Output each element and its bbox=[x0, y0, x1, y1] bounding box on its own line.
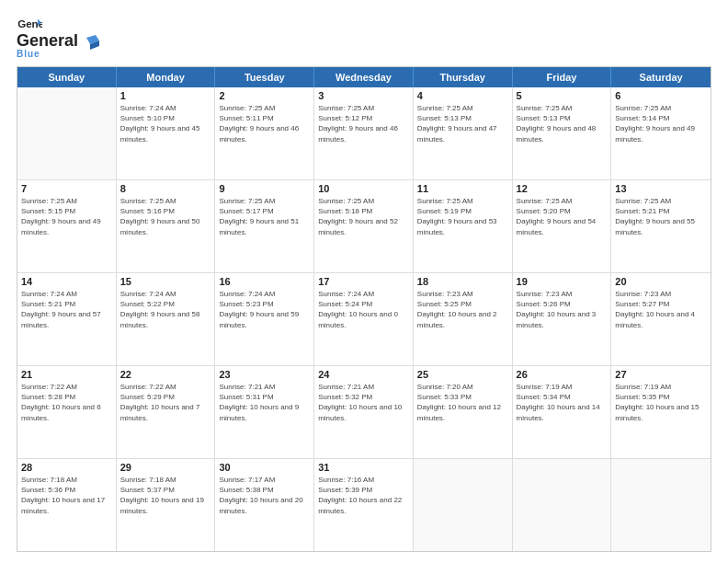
calendar-cell: 20Sunrise: 7:23 AMSunset: 5:27 PMDayligh… bbox=[611, 273, 711, 365]
daylight-line: Daylight: 9 hours and 51 minutes. bbox=[219, 216, 310, 236]
sunset-line: Sunset: 5:19 PM bbox=[417, 206, 508, 216]
sunrise-line: Sunrise: 7:24 AM bbox=[120, 289, 211, 299]
sunrise-line: Sunrise: 7:17 AM bbox=[219, 475, 310, 485]
day-number: 2 bbox=[219, 90, 310, 101]
sunset-line: Sunset: 5:18 PM bbox=[318, 206, 409, 216]
sunrise-line: Sunrise: 7:23 AM bbox=[517, 289, 608, 299]
col-saturday: Saturday bbox=[611, 67, 711, 87]
sunrise-line: Sunrise: 7:25 AM bbox=[318, 196, 409, 206]
daylight-line: Daylight: 10 hours and 12 minutes. bbox=[417, 402, 508, 422]
sunset-line: Sunset: 5:35 PM bbox=[615, 392, 707, 402]
sunset-line: Sunset: 5:27 PM bbox=[615, 299, 707, 309]
logo: General General Blue bbox=[17, 17, 99, 59]
sunrise-line: Sunrise: 7:19 AM bbox=[615, 382, 707, 392]
day-number: 4 bbox=[417, 90, 508, 101]
sunset-line: Sunset: 5:36 PM bbox=[21, 485, 112, 495]
day-number: 26 bbox=[517, 369, 608, 380]
day-number: 31 bbox=[318, 462, 409, 473]
day-number: 22 bbox=[120, 369, 211, 380]
daylight-line: Daylight: 9 hours and 45 minutes. bbox=[120, 123, 211, 144]
sunrise-line: Sunrise: 7:25 AM bbox=[417, 103, 508, 113]
sunrise-line: Sunrise: 7:25 AM bbox=[120, 196, 211, 206]
calendar-week-3: 14Sunrise: 7:24 AMSunset: 5:21 PMDayligh… bbox=[17, 273, 711, 366]
day-number: 28 bbox=[21, 462, 112, 473]
sunrise-line: Sunrise: 7:21 AM bbox=[318, 382, 409, 392]
sunset-line: Sunset: 5:23 PM bbox=[219, 299, 310, 309]
sunset-line: Sunset: 5:15 PM bbox=[21, 206, 112, 216]
daylight-line: Daylight: 9 hours and 54 minutes. bbox=[517, 216, 608, 236]
daylight-line: Daylight: 10 hours and 10 minutes. bbox=[318, 402, 409, 422]
calendar-cell: 31Sunrise: 7:16 AMSunset: 5:39 PMDayligh… bbox=[314, 459, 414, 551]
col-friday: Friday bbox=[513, 67, 612, 87]
daylight-line: Daylight: 9 hours and 46 minutes. bbox=[318, 123, 409, 144]
day-number: 30 bbox=[219, 462, 310, 473]
calendar-cell bbox=[611, 459, 711, 551]
sunset-line: Sunset: 5:38 PM bbox=[219, 485, 310, 495]
sunrise-line: Sunrise: 7:23 AM bbox=[615, 289, 707, 299]
daylight-line: Daylight: 9 hours and 58 minutes. bbox=[120, 309, 211, 329]
sunrise-line: Sunrise: 7:25 AM bbox=[219, 103, 310, 113]
daylight-line: Daylight: 10 hours and 20 minutes. bbox=[219, 495, 310, 515]
sunset-line: Sunset: 5:29 PM bbox=[120, 392, 211, 402]
daylight-line: Daylight: 10 hours and 22 minutes. bbox=[318, 495, 409, 515]
sunrise-line: Sunrise: 7:25 AM bbox=[615, 103, 707, 113]
calendar-cell: 8Sunrise: 7:25 AMSunset: 5:16 PMDaylight… bbox=[117, 180, 216, 272]
calendar-cell: 27Sunrise: 7:19 AMSunset: 5:35 PMDayligh… bbox=[611, 366, 711, 458]
day-number: 14 bbox=[21, 276, 112, 287]
sunset-line: Sunset: 5:11 PM bbox=[219, 113, 310, 123]
calendar-cell: 7Sunrise: 7:25 AMSunset: 5:15 PMDaylight… bbox=[17, 180, 117, 272]
sunset-line: Sunset: 5:34 PM bbox=[517, 392, 608, 402]
col-thursday: Thursday bbox=[414, 67, 513, 87]
day-number: 6 bbox=[615, 90, 707, 101]
daylight-line: Daylight: 9 hours and 46 minutes. bbox=[219, 123, 310, 144]
page: General General Blue Sunday Monday Tuesd… bbox=[0, 0, 728, 563]
day-number: 11 bbox=[417, 183, 508, 194]
calendar-cell: 15Sunrise: 7:24 AMSunset: 5:22 PMDayligh… bbox=[117, 273, 216, 365]
day-number: 17 bbox=[318, 276, 409, 287]
day-number: 16 bbox=[219, 276, 310, 287]
day-number: 29 bbox=[120, 462, 211, 473]
col-monday: Monday bbox=[117, 67, 216, 87]
calendar-week-1: 1Sunrise: 7:24 AMSunset: 5:10 PMDaylight… bbox=[17, 87, 711, 180]
day-number: 20 bbox=[615, 276, 707, 287]
day-number: 25 bbox=[417, 369, 508, 380]
sunrise-line: Sunrise: 7:24 AM bbox=[120, 103, 211, 113]
sunset-line: Sunset: 5:10 PM bbox=[120, 113, 211, 123]
sunrise-line: Sunrise: 7:24 AM bbox=[318, 289, 409, 299]
calendar-cell bbox=[513, 459, 612, 551]
sunrise-line: Sunrise: 7:25 AM bbox=[517, 196, 608, 206]
sunset-line: Sunset: 5:21 PM bbox=[615, 206, 707, 216]
day-number: 27 bbox=[615, 369, 707, 380]
sunrise-line: Sunrise: 7:21 AM bbox=[219, 382, 310, 392]
daylight-line: Daylight: 9 hours and 55 minutes. bbox=[615, 216, 707, 236]
calendar-cell: 10Sunrise: 7:25 AMSunset: 5:18 PMDayligh… bbox=[314, 180, 414, 272]
day-number: 19 bbox=[517, 276, 608, 287]
sunrise-line: Sunrise: 7:25 AM bbox=[517, 103, 608, 113]
sunset-line: Sunset: 5:17 PM bbox=[219, 206, 310, 216]
daylight-line: Daylight: 9 hours and 48 minutes. bbox=[517, 123, 608, 144]
col-wednesday: Wednesday bbox=[314, 67, 414, 87]
daylight-line: Daylight: 10 hours and 2 minutes. bbox=[417, 309, 508, 329]
day-number: 1 bbox=[120, 90, 211, 101]
day-number: 21 bbox=[21, 369, 112, 380]
sunset-line: Sunset: 5:14 PM bbox=[615, 113, 707, 123]
calendar-cell: 23Sunrise: 7:21 AMSunset: 5:31 PMDayligh… bbox=[215, 366, 314, 458]
calendar-cell: 19Sunrise: 7:23 AMSunset: 5:26 PMDayligh… bbox=[513, 273, 612, 365]
sunset-line: Sunset: 5:21 PM bbox=[21, 299, 112, 309]
calendar: Sunday Monday Tuesday Wednesday Thursday… bbox=[17, 66, 711, 552]
sunrise-line: Sunrise: 7:20 AM bbox=[417, 382, 508, 392]
daylight-line: Daylight: 10 hours and 14 minutes. bbox=[517, 402, 608, 422]
daylight-line: Daylight: 10 hours and 3 minutes. bbox=[517, 309, 608, 329]
sunrise-line: Sunrise: 7:16 AM bbox=[318, 475, 409, 485]
sunrise-line: Sunrise: 7:25 AM bbox=[615, 196, 707, 206]
sunset-line: Sunset: 5:13 PM bbox=[517, 113, 608, 123]
calendar-week-5: 28Sunrise: 7:18 AMSunset: 5:36 PMDayligh… bbox=[17, 459, 711, 551]
sunset-line: Sunset: 5:33 PM bbox=[417, 392, 508, 402]
calendar-cell: 5Sunrise: 7:25 AMSunset: 5:13 PMDaylight… bbox=[513, 87, 612, 179]
sunset-line: Sunset: 5:22 PM bbox=[120, 299, 211, 309]
calendar-cell: 21Sunrise: 7:22 AMSunset: 5:28 PMDayligh… bbox=[17, 366, 117, 458]
daylight-line: Daylight: 9 hours and 57 minutes. bbox=[21, 309, 112, 329]
daylight-line: Daylight: 9 hours and 53 minutes. bbox=[417, 216, 508, 236]
calendar-body: 1Sunrise: 7:24 AMSunset: 5:10 PMDaylight… bbox=[17, 87, 711, 551]
logo-bird-icon bbox=[79, 33, 99, 50]
